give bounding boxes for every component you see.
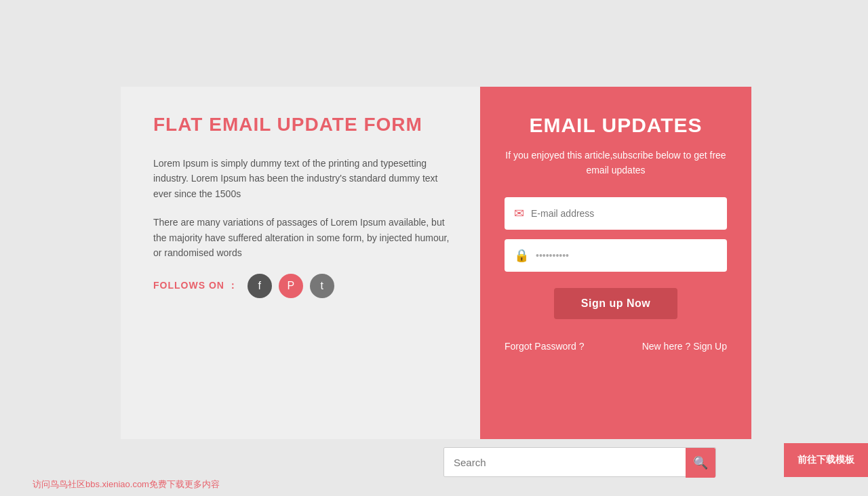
email-updates-desc: If you enjoyed this article,subscribe be… (505, 148, 727, 178)
email-input-row: ✉ (505, 197, 727, 230)
description-1: Lorem Ipsum is simply dummy text of the … (153, 156, 453, 201)
search-button[interactable]: 🔍 (686, 448, 715, 478)
left-panel: FLAT EMAIL UPDATE FORM Lorem Ipsum is si… (121, 87, 480, 439)
lock-icon: 🔒 (514, 248, 529, 263)
main-container: FLAT EMAIL UPDATE FORM Lorem Ipsum is si… (121, 87, 751, 439)
search-input[interactable] (454, 457, 706, 468)
facebook-icon[interactable]: f (248, 274, 272, 298)
email-icon: ✉ (514, 206, 524, 221)
email-updates-title: EMAIL UPDATES (529, 114, 702, 137)
page-title: FLAT EMAIL UPDATE FORM (153, 114, 453, 136)
twitter-icon[interactable]: t (310, 274, 334, 298)
links-row: Forgot Password ? New here ? Sign Up (505, 341, 727, 352)
right-panel: EMAIL UPDATES If you enjoyed this articl… (480, 87, 751, 439)
email-field[interactable] (531, 208, 717, 219)
follows-label: FOLLOWS ON ： (153, 280, 238, 292)
pinterest-icon[interactable]: P (279, 274, 303, 298)
download-button[interactable]: 前往下载模板 (784, 443, 868, 477)
password-field[interactable] (536, 250, 717, 261)
signup-button[interactable]: Sign up Now (554, 288, 677, 319)
description-2: There are many variations of passages of… (153, 215, 453, 260)
watermark: 访问鸟鸟社区bbs.xieniao.com免费下载更多内容 (33, 478, 220, 491)
follows-row: FOLLOWS ON ： f P t (153, 274, 453, 298)
forgot-password-link[interactable]: Forgot Password ? (505, 341, 585, 352)
password-input-row: 🔒 (505, 239, 727, 272)
new-here-signup-link[interactable]: New here ? Sign Up (642, 341, 727, 352)
search-bar-container: 🔍 (443, 447, 716, 477)
